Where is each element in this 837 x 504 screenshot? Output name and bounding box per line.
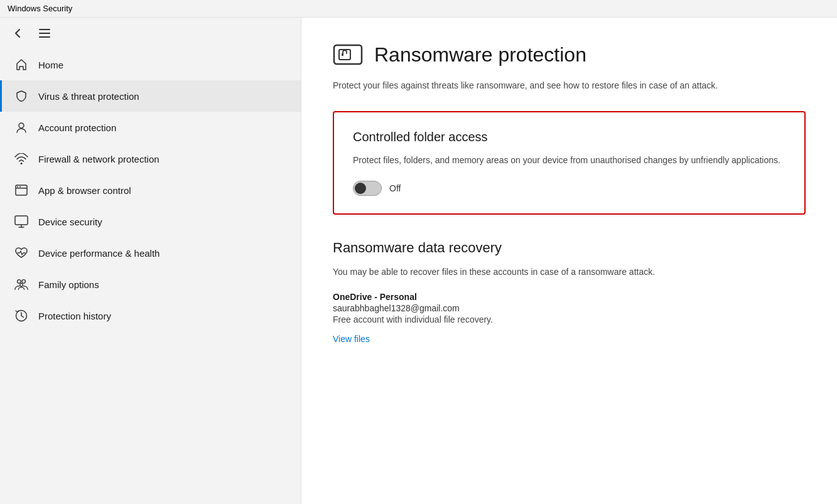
controlled-folder-description: Protect files, folders, and memory areas… xyxy=(353,153,786,167)
recovery-description: You may be able to recover files in thes… xyxy=(333,265,806,279)
titlebar: Windows Security xyxy=(0,0,837,18)
sidebar-label-firewall: Firewall & network protection xyxy=(38,154,159,164)
svg-point-4 xyxy=(21,163,23,164)
controlled-folder-title: Controlled folder access xyxy=(353,130,786,144)
wifi-icon xyxy=(14,152,28,166)
svg-rect-1 xyxy=(39,33,50,34)
svg-rect-15 xyxy=(339,50,350,60)
recovery-section: Ransomware data recovery You may be able… xyxy=(333,240,806,344)
recovery-provider: OneDrive - Personal xyxy=(333,292,806,302)
page-title: Ransomware protection xyxy=(374,43,586,67)
controlled-folder-card: Controlled folder access Protect files, … xyxy=(333,111,806,215)
person-icon xyxy=(14,121,28,134)
sidebar-label-deviceperf: Device performance & health xyxy=(38,248,159,259)
menu-button[interactable] xyxy=(36,26,53,40)
svg-rect-9 xyxy=(15,216,28,225)
svg-point-12 xyxy=(20,284,23,287)
sidebar-label-virus: Virus & threat protection xyxy=(38,91,139,102)
svg-point-10 xyxy=(18,280,21,284)
page-description: Protect your files against threats like … xyxy=(333,79,806,92)
app-container: Home Virus & threat protection Account p… xyxy=(0,18,837,504)
shield-icon xyxy=(14,89,28,103)
svg-rect-6 xyxy=(16,188,27,189)
toggle-state-label: Off xyxy=(389,183,401,193)
sidebar-item-virus[interactable]: Virus & threat protection xyxy=(0,80,301,112)
svg-rect-8 xyxy=(19,186,21,188)
sidebar-label-home: Home xyxy=(38,60,63,70)
svg-rect-0 xyxy=(39,29,50,30)
recovery-item: OneDrive - Personal saurabhbaghel1328@gm… xyxy=(333,292,806,345)
clock-icon xyxy=(14,309,28,323)
sidebar-label-devicesec: Device security xyxy=(38,217,102,227)
family-icon xyxy=(14,277,28,291)
svg-point-11 xyxy=(22,280,25,284)
sidebar-item-home[interactable]: Home xyxy=(0,49,301,80)
view-files-button[interactable]: View files xyxy=(333,334,370,344)
toggle-knob xyxy=(355,183,366,194)
sidebar-item-family[interactable]: Family options xyxy=(0,269,301,300)
back-button[interactable] xyxy=(10,25,26,41)
sidebar-label-account: Account protection xyxy=(38,122,116,133)
recovery-title: Ransomware data recovery xyxy=(333,240,806,256)
sidebar: Home Virus & threat protection Account p… xyxy=(0,18,301,504)
window-icon xyxy=(14,183,28,197)
recovery-note: Free account with individual file recove… xyxy=(333,314,806,324)
main-content: Ransomware protection Protect your files… xyxy=(301,18,837,504)
svg-rect-7 xyxy=(17,186,18,188)
sidebar-label-appbrowser: App & browser control xyxy=(38,185,131,196)
sidebar-label-family: Family options xyxy=(38,279,99,290)
controlled-folder-toggle[interactable] xyxy=(353,181,382,196)
svg-rect-2 xyxy=(39,36,50,38)
home-icon xyxy=(14,58,28,72)
sidebar-label-history: Protection history xyxy=(38,311,111,321)
svg-point-3 xyxy=(19,123,24,128)
svg-rect-14 xyxy=(334,45,362,64)
sidebar-item-devicesec[interactable]: Device security xyxy=(0,206,301,237)
recovery-email: saurabhbaghel1328@gmail.com xyxy=(333,303,806,313)
sidebar-item-history[interactable]: Protection history xyxy=(0,300,301,331)
sidebar-item-firewall[interactable]: Firewall & network protection xyxy=(0,143,301,174)
back-icon xyxy=(13,28,24,39)
app-title: Windows Security xyxy=(8,4,72,13)
heart-icon xyxy=(14,246,28,260)
hamburger-icon xyxy=(39,29,50,38)
sidebar-top-actions xyxy=(0,18,301,49)
monitor-icon xyxy=(14,215,28,228)
toggle-row: Off xyxy=(353,181,786,196)
page-header: Ransomware protection xyxy=(333,43,806,67)
sidebar-item-account[interactable]: Account protection xyxy=(0,112,301,143)
sidebar-item-appbrowser[interactable]: App & browser control xyxy=(0,174,301,206)
sidebar-item-deviceperf[interactable]: Device performance & health xyxy=(0,237,301,269)
ransomware-icon xyxy=(333,43,363,67)
